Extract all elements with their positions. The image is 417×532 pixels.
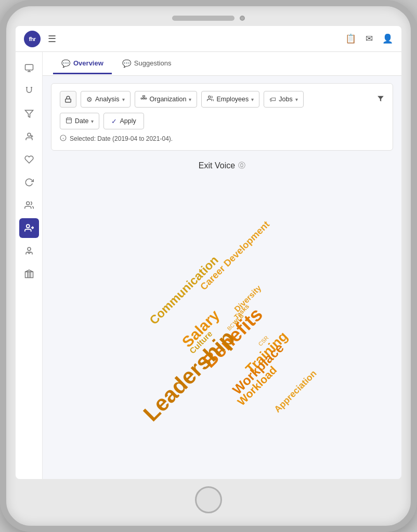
chart-help-icon[interactable]: ⓪: [238, 161, 245, 170]
sidebar-item-building[interactable]: [19, 264, 39, 284]
sidebar-item-people[interactable]: [19, 195, 39, 215]
organization-dropdown[interactable]: Organization ▾: [135, 91, 198, 108]
jobs-label: Jobs: [279, 96, 292, 103]
hamburger-menu-icon[interactable]: ☰: [48, 33, 56, 45]
analysis-label: Analysis: [95, 96, 120, 103]
analysis-dropdown-arrow: ▾: [122, 97, 125, 102]
analysis-icon: ⚙: [86, 96, 93, 103]
employees-icon: [207, 95, 214, 103]
sidebar-item-person-down[interactable]: [19, 241, 39, 261]
date-label: Date: [75, 117, 88, 125]
suggestions-tab-icon: 💬: [122, 59, 131, 68]
svg-rect-14: [142, 96, 145, 97]
employees-dropdown[interactable]: Employees ▾: [201, 91, 259, 108]
svg-rect-18: [142, 98, 144, 99]
employees-label: Employees: [216, 96, 249, 103]
analysis-dropdown[interactable]: ⚙ Analysis ▾: [81, 91, 131, 108]
filter-row-2: Date ▾ ✓ Apply: [60, 113, 384, 129]
app-logo[interactable]: fhr: [24, 31, 41, 47]
jobs-dropdown-arrow: ▾: [295, 97, 298, 102]
sidebar-item-monitor[interactable]: [19, 58, 39, 78]
word-cloud-container: Career Development Communication Diversi…: [51, 176, 393, 471]
jobs-dropdown[interactable]: 🏷 Jobs ▾: [264, 91, 303, 108]
svg-point-4: [28, 133, 31, 136]
header-right: 📋 ✉ 👤: [345, 33, 393, 44]
svg-rect-13: [66, 99, 71, 102]
chart-title-text: Exit Voice: [199, 161, 235, 170]
info-bar: Selected: Date (2019-04 to 2021-04).: [60, 135, 384, 143]
sidebar-item-heart[interactable]: [19, 150, 39, 169]
svg-point-7: [26, 202, 29, 205]
tablet-top-bar: [16, 16, 401, 21]
info-icon: [60, 135, 67, 143]
chart-title: Exit Voice ⓪: [199, 161, 245, 170]
tablet-camera: [240, 16, 245, 21]
sidebar-item-refresh[interactable]: [19, 172, 39, 192]
sidebar: [16, 52, 43, 479]
tab-suggestions[interactable]: 💬 Suggestions: [114, 54, 180, 74]
tab-overview[interactable]: 💬 Overview: [53, 54, 112, 74]
header-left: fhr ☰: [24, 31, 56, 47]
sidebar-item-exit[interactable]: [19, 218, 39, 238]
apply-check-icon: ✓: [111, 117, 117, 125]
main-layout: 💬 Overview 💬 Suggestions: [16, 52, 401, 479]
word-appreciation: Appreciation: [272, 368, 318, 415]
sidebar-item-add-user[interactable]: [19, 127, 39, 147]
sidebar-item-filter[interactable]: [19, 104, 39, 124]
lock-filter-button[interactable]: [60, 91, 76, 108]
svg-marker-3: [25, 110, 33, 117]
date-dropdown-arrow: ▾: [91, 118, 94, 124]
document-icon[interactable]: 📋: [345, 33, 356, 44]
filter-row-1: ⚙ Analysis ▾ Organization ▾: [60, 91, 384, 108]
svg-rect-17: [141, 98, 142, 99]
tablet-home-button[interactable]: [195, 486, 222, 513]
overview-tab-icon: 💬: [61, 59, 70, 68]
svg-rect-19: [145, 98, 146, 99]
app-container: fhr ☰ 📋 ✉ 👤: [16, 26, 401, 479]
svg-point-10: [28, 247, 31, 250]
top-header: fhr ☰ 📋 ✉ 👤: [16, 26, 401, 52]
svg-point-20: [208, 96, 211, 98]
word-cloud-svg: Career Development Communication Diversi…: [51, 176, 393, 471]
tab-overview-label: Overview: [73, 59, 103, 67]
tablet-screen: fhr ☰ 📋 ✉ 👤: [16, 26, 401, 479]
content-area: 💬 Overview 💬 Suggestions: [43, 52, 401, 479]
organization-label: Organization: [150, 96, 187, 103]
tab-suggestions-label: Suggestions: [134, 59, 172, 67]
chart-area: Exit Voice ⓪ Career Development Communic…: [43, 156, 401, 479]
user-profile-icon[interactable]: 👤: [382, 33, 393, 44]
svg-rect-22: [67, 118, 72, 123]
filters-panel: ⚙ Analysis ▾ Organization ▾: [51, 83, 393, 151]
employees-dropdown-arrow: ▾: [251, 97, 254, 102]
jobs-icon: 🏷: [269, 96, 276, 103]
date-icon: [66, 117, 72, 125]
svg-marker-21: [377, 96, 384, 101]
mail-icon[interactable]: ✉: [366, 33, 373, 44]
apply-label: Apply: [120, 117, 136, 125]
svg-rect-0: [25, 64, 33, 70]
filter-funnel-icon[interactable]: [377, 95, 384, 104]
svg-point-8: [26, 224, 29, 228]
tablet-speaker: [172, 16, 234, 21]
apply-button[interactable]: ✓ Apply: [103, 113, 144, 129]
sidebar-item-magnet[interactable]: [19, 81, 39, 101]
date-dropdown[interactable]: Date ▾: [60, 113, 99, 129]
selected-date-text: Selected: Date (2019-04 to 2021-04).: [70, 135, 173, 142]
organization-icon: [140, 95, 147, 103]
organization-dropdown-arrow: ▾: [189, 97, 191, 102]
tablet-frame: fhr ☰ 📋 ✉ 👤: [0, 0, 417, 532]
tabs-bar: 💬 Overview 💬 Suggestions: [43, 52, 401, 76]
